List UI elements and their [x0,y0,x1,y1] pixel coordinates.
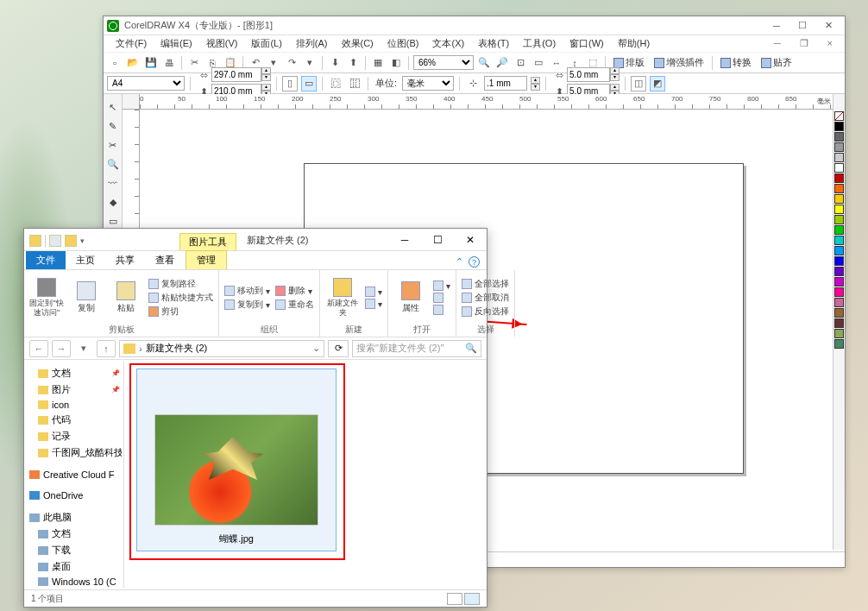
menu-text[interactable]: 文本(X) [425,35,471,52]
menu-bitmap[interactable]: 位图(B) [381,35,426,52]
width-up[interactable]: ▴ [261,67,271,74]
cdr-close-button[interactable]: ✕ [815,18,841,34]
nav-pc-dl[interactable]: 下载 [26,542,122,558]
exp-close-button[interactable]: ✕ [454,230,487,250]
copypath-button[interactable]: 复制路径 [148,278,213,290]
crop-tool-icon[interactable]: ✂ [104,136,122,154]
nav-onedrive[interactable]: OneDrive [26,488,122,502]
menu-view[interactable]: 视图(V) [199,35,245,52]
enhance-button[interactable]: 增强插件 [651,55,708,71]
cut-button[interactable]: 剪切 [148,306,213,318]
save-icon[interactable]: 💾 [143,55,159,71]
color-swatch[interactable] [834,173,844,183]
new-icon[interactable]: ▫ [107,55,123,71]
properties-button[interactable]: 属性 [393,273,428,323]
treat-as-filled-icon[interactable]: ◫ [631,76,646,91]
export-icon[interactable]: ⬆ [345,55,361,71]
help-icon[interactable]: ? [469,256,480,268]
pick-tool-icon[interactable]: ↖ [104,98,122,116]
exp-nav-pane[interactable]: 文档 图片 icon 代码 记录 千图网_炫酷科技 Creative Cloud… [24,362,124,588]
view-thumbnails-button[interactable] [464,593,480,605]
open-button[interactable]: ▾ [433,280,450,291]
nav-thispc[interactable]: 此电脑 [26,509,122,526]
exp-content-area[interactable]: 蝴蝶.jpg [124,362,487,588]
ribbon-collapse-icon[interactable]: ⌃ [456,256,463,268]
nav-pc-c[interactable]: Windows 10 (C [26,575,122,588]
ruler-origin-icon[interactable] [123,94,140,110]
cdr-minimize-button[interactable]: ─ [764,18,789,34]
breadcrumb-text[interactable]: 新建文件夹 (2) [146,342,208,355]
history-button[interactable] [433,305,450,315]
newitem-button[interactable]: ▾ [365,287,382,297]
newfolder-button[interactable]: 新建文件夹 [325,273,360,323]
doc-close-button[interactable]: × [821,36,840,51]
paste-button[interactable]: 粘贴 [109,273,143,323]
rectangle-tool-icon[interactable]: ▭ [104,212,122,230]
nav-docs[interactable]: 文档 [26,365,122,381]
color-swatch[interactable] [834,298,844,307]
portrait-button[interactable]: ▯ [282,76,298,91]
zoom-out-icon[interactable]: 🔎 [494,55,510,71]
exp-titlebar[interactable]: ▾ 图片工具 新建文件夹 (2) ─ ☐ ✕ [24,229,487,251]
color-swatch[interactable] [834,215,844,224]
menu-file[interactable]: 文件(F) [109,35,154,52]
zoom-fit-icon[interactable]: ⊡ [513,55,528,71]
open-icon[interactable]: 📂 [125,55,141,71]
menu-layout[interactable]: 版面(L) [244,35,288,52]
color-swatch[interactable] [834,256,844,266]
tab-view[interactable]: 查看 [145,251,185,269]
import-icon[interactable]: ⬇ [327,55,343,71]
nav-icon[interactable]: icon [26,398,122,412]
context-tab-pictools[interactable]: 图片工具 [179,233,236,250]
nav-recent-button[interactable]: ▾ [74,340,93,357]
delete-button[interactable]: 删除 ▾ [275,285,314,297]
convert-button[interactable]: 转换 [717,55,755,71]
color-swatch[interactable] [834,287,844,297]
menu-table[interactable]: 表格(T) [471,35,516,52]
paper-select[interactable]: A4 [107,76,185,91]
nudge-down[interactable]: ▾ [531,84,540,91]
page-width-input[interactable] [211,67,261,82]
file-item-butterfly[interactable]: 蝴蝶.jpg [136,368,337,551]
nav-forward-button[interactable]: → [52,340,71,357]
app-launcher-icon[interactable]: ▦ [370,55,386,71]
landscape-button[interactable]: ▭ [301,76,317,91]
doc-restore-button[interactable]: ❐ [793,36,815,51]
refresh-button[interactable]: ⟳ [328,340,349,357]
tab-manage[interactable]: 管理 [186,250,227,269]
color-swatch[interactable] [834,194,844,204]
cdr-maximize-button[interactable]: ☐ [789,18,815,34]
color-swatch[interactable] [834,246,844,255]
doc-minimize-button[interactable]: ─ [767,36,788,51]
dynamic-guides-icon[interactable]: ◩ [650,76,665,91]
color-swatch[interactable] [834,308,844,318]
smartfill-tool-icon[interactable]: ◆ [104,193,122,211]
nav-up-button[interactable]: ↑ [97,340,116,357]
width-down[interactable]: ▾ [261,74,271,81]
units-select[interactable]: 毫米 [402,76,454,91]
properties-qat-icon[interactable] [49,235,61,247]
zoom-page-icon[interactable]: ▭ [531,55,546,71]
newfolder-qat-icon[interactable] [65,235,77,247]
qat-dropdown-icon[interactable]: ▾ [80,236,85,245]
pin-to-quickaccess-button[interactable]: 固定到"快速访问" [29,273,64,323]
page-layout2-icon[interactable]: ⿲ [347,76,362,91]
color-swatch[interactable] [834,236,844,245]
nav-code[interactable]: 代码 [26,412,122,428]
nav-pics[interactable]: 图片 [26,381,122,398]
color-swatch[interactable] [834,142,844,152]
tab-home[interactable]: 主页 [66,251,105,269]
moveto-button[interactable]: 移动到 ▾ [224,285,270,297]
copyto-button[interactable]: 复制到 ▾ [224,299,270,311]
folder-icon[interactable] [29,235,41,247]
dup-x-input[interactable] [567,67,610,82]
tab-share[interactable]: 共享 [105,251,145,269]
breadcrumb-dropdown-icon[interactable]: ⌄ [312,343,320,354]
color-swatch[interactable] [834,277,844,287]
shape-tool-icon[interactable]: ✎ [104,117,122,135]
redo-icon[interactable]: ↷ [284,55,299,71]
exp-minimize-button[interactable]: ─ [388,230,421,250]
menu-window[interactable]: 窗口(W) [563,35,611,52]
selectnone-button[interactable]: 全部取消 [462,292,509,304]
nudge-up[interactable]: ▴ [531,77,540,84]
